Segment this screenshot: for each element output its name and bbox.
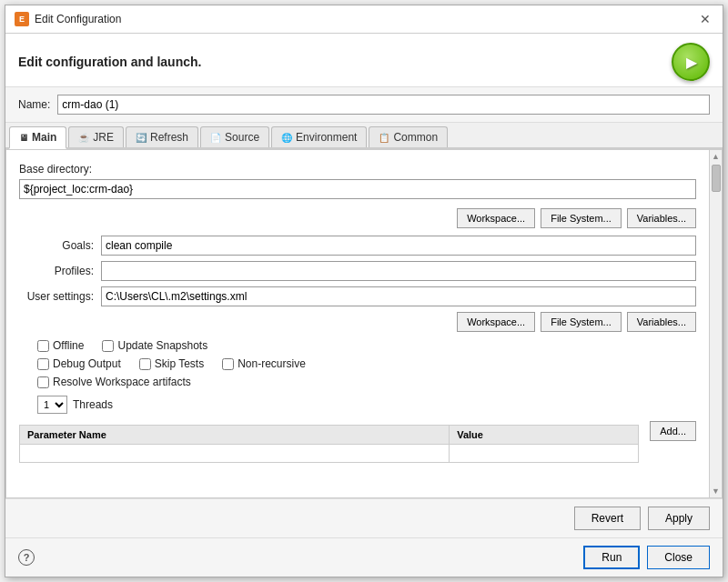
offline-checkbox[interactable] <box>37 340 49 352</box>
run-play-button[interactable] <box>672 43 710 81</box>
help-icon[interactable]: ? <box>18 549 35 566</box>
tab-main-label: Main <box>32 131 56 144</box>
params-table-wrapper: Parameter Name Value <box>19 421 639 463</box>
resolve-workspace-checkbox-item[interactable]: Resolve Workspace artifacts <box>37 376 191 388</box>
common-tab-icon: 📋 <box>379 133 389 143</box>
resolve-workspace-label: Resolve Workspace artifacts <box>53 376 191 388</box>
params-action-btns: Add... <box>644 421 696 441</box>
title-bar-left: E Edit Configuration <box>15 12 121 26</box>
non-recursive-label: Non-recursive <box>238 357 306 370</box>
add-param-button[interactable]: Add... <box>650 421 696 441</box>
params-table: Parameter Name Value <box>19 425 639 463</box>
checkbox-row-3: Resolve Workspace artifacts <box>37 376 696 388</box>
threads-select[interactable]: 1 2 4 8 <box>37 396 67 414</box>
name-row: Name: <box>5 87 723 123</box>
profiles-row: Profiles: <box>19 261 696 281</box>
user-settings-input[interactable] <box>101 286 696 306</box>
resolve-workspace-checkbox[interactable] <box>37 376 49 388</box>
header-area: Edit configuration and launch. <box>5 34 723 87</box>
file-system-button-2[interactable]: File System... <box>541 312 622 332</box>
dialog-icon: E <box>15 12 29 26</box>
source-tab-icon: 📄 <box>210 133 221 143</box>
params-section: Parameter Name Value Add... <box>19 421 696 463</box>
goals-row: Goals: <box>19 236 696 256</box>
workspace-button-2[interactable]: Workspace... <box>457 312 535 332</box>
main-tab-icon: 🖥 <box>19 133 28 143</box>
profiles-input[interactable] <box>101 261 696 281</box>
goals-label: Goals: <box>19 239 101 252</box>
debug-output-checkbox-item[interactable]: Debug Output <box>37 357 121 370</box>
update-snapshots-label: Update Snapshots <box>117 339 207 352</box>
variables-button-1[interactable]: Variables... <box>627 208 696 228</box>
update-snapshots-checkbox-item[interactable]: Update Snapshots <box>102 339 207 352</box>
tabs-bar: 🖥 Main ☕ JRE 🔄 Refresh 📄 Source 🌐 Enviro… <box>5 123 723 149</box>
offline-label: Offline <box>53 339 84 352</box>
file-system-button-1[interactable]: File System... <box>541 208 622 228</box>
threads-label: Threads <box>73 398 113 411</box>
close-window-button[interactable]: ✕ <box>697 11 713 27</box>
footer-bar: ? Run Close <box>5 537 723 577</box>
main-tab-content: Base directory: Workspace... File System… <box>6 150 709 497</box>
name-label: Name: <box>18 98 50 111</box>
jre-tab-icon: ☕ <box>78 133 89 143</box>
debug-output-checkbox[interactable] <box>37 358 49 370</box>
profiles-label: Profiles: <box>19 265 101 277</box>
env-tab-icon: 🌐 <box>281 133 292 143</box>
tab-environment[interactable]: 🌐 Environment <box>271 126 367 147</box>
base-directory-label: Base directory: <box>19 163 696 176</box>
refresh-tab-icon: 🔄 <box>136 133 147 143</box>
skip-tests-label: Skip Tests <box>155 357 204 370</box>
update-snapshots-checkbox[interactable] <box>102 340 114 352</box>
tab-refresh[interactable]: 🔄 Refresh <box>126 126 198 147</box>
tab-content-area: Base directory: Workspace... File System… <box>5 149 723 498</box>
base-directory-section: Base directory: <box>19 163 696 205</box>
dialog-title: Edit Configuration <box>35 13 121 25</box>
tab-jre[interactable]: ☕ JRE <box>68 126 124 147</box>
user-settings-btn-row: Workspace... File System... Variables... <box>19 312 696 332</box>
base-directory-input[interactable] <box>19 179 696 199</box>
params-col-name: Parameter Name <box>20 426 450 445</box>
footer-buttons: Run Close <box>583 546 710 569</box>
non-recursive-checkbox-item[interactable]: Non-recursive <box>222 357 306 370</box>
edit-configuration-dialog: E Edit Configuration ✕ Edit configuratio… <box>5 5 723 577</box>
threads-row: 1 2 4 8 Threads <box>37 396 696 414</box>
tab-refresh-label: Refresh <box>150 131 188 144</box>
tab-common-label: Common <box>393 131 438 144</box>
workspace-button-1[interactable]: Workspace... <box>457 208 535 228</box>
offline-checkbox-item[interactable]: Offline <box>37 339 84 352</box>
goals-input[interactable] <box>101 236 696 256</box>
skip-tests-checkbox-item[interactable]: Skip Tests <box>139 357 204 370</box>
title-bar: E Edit Configuration ✕ <box>5 5 723 34</box>
header-title: Edit configuration and launch. <box>18 55 201 69</box>
base-dir-btn-row: Workspace... File System... Variables... <box>19 208 696 228</box>
debug-output-label: Debug Output <box>53 357 121 370</box>
bottom-buttons-row: Revert Apply <box>5 498 723 537</box>
checkboxes-section: Offline Update Snapshots Debug Output Sk… <box>19 339 696 388</box>
tab-environment-label: Environment <box>296 131 357 144</box>
checkbox-row-2: Debug Output Skip Tests Non-recursive <box>37 357 696 370</box>
apply-button[interactable]: Apply <box>648 507 710 530</box>
scroll-up-arrow[interactable]: ▲ <box>712 152 720 161</box>
param-value-cell <box>450 445 639 463</box>
scroll-down-arrow[interactable]: ▼ <box>712 487 720 496</box>
tab-main[interactable]: 🖥 Main <box>9 126 66 149</box>
table-row <box>20 445 639 463</box>
user-settings-row: User settings: <box>19 286 696 306</box>
name-input[interactable] <box>57 95 710 115</box>
revert-button[interactable]: Revert <box>574 507 641 530</box>
param-name-cell <box>20 445 450 463</box>
user-settings-label: User settings: <box>19 290 101 303</box>
non-recursive-checkbox[interactable] <box>222 358 234 370</box>
params-col-value: Value <box>450 426 639 445</box>
footer-close-button[interactable]: Close <box>647 546 710 569</box>
checkbox-row-1: Offline Update Snapshots <box>37 339 696 352</box>
tab-source-label: Source <box>225 131 259 144</box>
skip-tests-checkbox[interactable] <box>139 358 151 370</box>
variables-button-2[interactable]: Variables... <box>627 312 696 332</box>
run-button[interactable]: Run <box>583 546 640 569</box>
tab-jre-label: JRE <box>93 131 114 144</box>
scroll-thumb[interactable] <box>712 165 721 192</box>
tab-source[interactable]: 📄 Source <box>200 126 269 147</box>
right-scrollbar[interactable]: ▲ ▼ <box>709 150 722 497</box>
tab-common[interactable]: 📋 Common <box>369 126 448 147</box>
